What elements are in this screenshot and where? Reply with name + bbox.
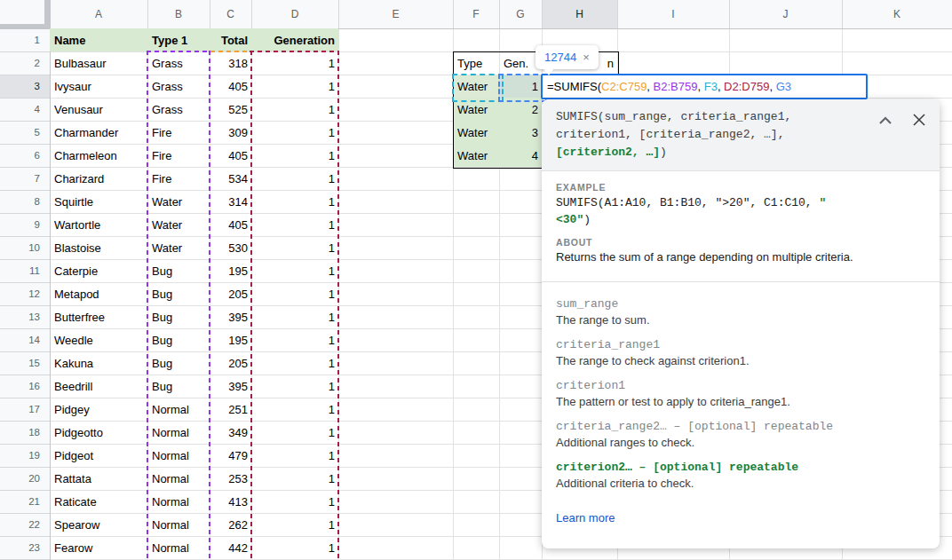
cell-D17[interactable]: 1 (251, 398, 338, 421)
cell-B8[interactable]: Water (147, 190, 210, 213)
cell-D3[interactable]: 1 (251, 75, 338, 98)
cell-C12[interactable]: 205 (210, 282, 251, 305)
column-header-G[interactable]: G (499, 0, 542, 28)
cell-C11[interactable]: 195 (210, 259, 251, 282)
cell-A22[interactable]: Spearow (50, 513, 147, 536)
cell-A20[interactable]: Rattata (50, 467, 147, 490)
cell-A8[interactable]: Squirtle (50, 190, 147, 213)
cell-D14[interactable]: 1 (251, 328, 338, 351)
column-header-H[interactable]: H (542, 0, 617, 28)
cell-A9[interactable]: Wartortle (50, 213, 147, 236)
lookup-header-type[interactable]: Type (453, 51, 499, 75)
row-header-2[interactable]: 2 (0, 51, 50, 75)
cell-G5[interactable]: 3 (499, 121, 542, 144)
cell-B7[interactable]: Fire (147, 167, 210, 190)
cell-G6[interactable]: 4 (499, 144, 542, 167)
cell-B17[interactable]: Normal (147, 398, 210, 421)
cell-D11[interactable]: 1 (251, 259, 338, 282)
cell-C13[interactable]: 395 (210, 305, 251, 328)
column-header-F[interactable]: F (453, 0, 499, 28)
row-header-14[interactable]: 14 (0, 328, 50, 351)
cell-B6[interactable]: Fire (147, 144, 210, 167)
cell-A6[interactable]: Charmeleon (50, 144, 147, 167)
cell-B13[interactable]: Bug (147, 305, 210, 328)
row-header-11[interactable]: 11 (0, 259, 50, 282)
cell-B15[interactable]: Bug (147, 351, 210, 375)
cell-C17[interactable]: 251 (210, 398, 251, 421)
cell-A2[interactable]: Bulbasaur (50, 51, 147, 75)
cell-A12[interactable]: Metapod (50, 282, 147, 305)
main-table-header-type-1[interactable]: Type 1 (147, 28, 210, 51)
row-header-19[interactable]: 19 (0, 444, 50, 467)
cell-D8[interactable]: 1 (251, 190, 338, 213)
row-header-7[interactable]: 7 (0, 167, 50, 190)
cell-C8[interactable]: 314 (210, 190, 251, 213)
cell-C20[interactable]: 253 (210, 467, 251, 490)
cell-A4[interactable]: Venusaur (50, 98, 147, 121)
cell-C10[interactable]: 530 (210, 236, 251, 259)
cell-A3[interactable]: Ivysaur (50, 75, 147, 98)
cell-D12[interactable]: 1 (251, 282, 338, 305)
cell-D23[interactable]: 1 (251, 536, 338, 559)
cell-B9[interactable]: Water (147, 213, 210, 236)
cell-D13[interactable]: 1 (251, 305, 338, 328)
row-header-10[interactable]: 10 (0, 236, 50, 259)
cell-B23[interactable]: Normal (147, 536, 210, 559)
cell-B21[interactable]: Normal (147, 490, 210, 513)
column-header-C[interactable]: C (210, 0, 251, 28)
column-header-J[interactable]: J (729, 0, 842, 28)
cell-D18[interactable]: 1 (251, 421, 338, 444)
close-help-button[interactable] (911, 112, 927, 128)
cell-B20[interactable]: Normal (147, 467, 210, 490)
cell-D15[interactable]: 1 (251, 351, 338, 375)
collapse-button[interactable] (877, 112, 893, 128)
cell-B18[interactable]: Normal (147, 421, 210, 444)
column-header-E[interactable]: E (338, 0, 453, 28)
cell-D21[interactable]: 1 (251, 490, 338, 513)
column-header-K[interactable]: K (842, 0, 952, 28)
cell-C21[interactable]: 413 (210, 490, 251, 513)
cell-D20[interactable]: 1 (251, 467, 338, 490)
cell-C4[interactable]: 525 (210, 98, 251, 121)
cell-B19[interactable]: Normal (147, 444, 210, 467)
cell-B11[interactable]: Bug (147, 259, 210, 282)
cell-C15[interactable]: 205 (210, 351, 251, 375)
cell-A18[interactable]: Pidgeotto (50, 421, 147, 444)
row-header-23[interactable]: 23 (0, 536, 50, 559)
cell-D16[interactable]: 1 (251, 375, 338, 398)
cell-D2[interactable]: 1 (251, 51, 338, 75)
cell-C6[interactable]: 405 (210, 144, 251, 167)
row-header-20[interactable]: 20 (0, 467, 50, 490)
main-table-header-name[interactable]: Name (50, 28, 147, 51)
cell-A14[interactable]: Weedle (50, 328, 147, 351)
column-header-B[interactable]: B (147, 0, 210, 28)
cell-A7[interactable]: Charizard (50, 167, 147, 190)
cell-A15[interactable]: Kakuna (50, 351, 147, 375)
cell-B5[interactable]: Fire (147, 121, 210, 144)
cell-A10[interactable]: Blastoise (50, 236, 147, 259)
row-header-21[interactable]: 21 (0, 490, 50, 513)
cell-editor[interactable]: =SUMIFS(C2:C759, B2:B759, F3, D2:D759, G… (541, 74, 868, 99)
cell-C16[interactable]: 395 (210, 375, 251, 398)
row-header-22[interactable]: 22 (0, 513, 50, 536)
cell-B12[interactable]: Bug (147, 282, 210, 305)
cell-C19[interactable]: 479 (210, 444, 251, 467)
cell-D6[interactable]: 1 (251, 144, 338, 167)
cell-C7[interactable]: 534 (210, 167, 251, 190)
row-header-13[interactable]: 13 (0, 305, 50, 328)
row-header-1[interactable]: 1 (0, 28, 50, 51)
column-header-I[interactable]: I (617, 0, 729, 28)
cell-B22[interactable]: Normal (147, 513, 210, 536)
row-header-4[interactable]: 4 (0, 98, 50, 121)
column-header-A[interactable]: A (50, 0, 147, 28)
row-header-18[interactable]: 18 (0, 421, 50, 444)
row-header-17[interactable]: 17 (0, 398, 50, 421)
main-table-header-generation[interactable]: Generation (251, 28, 338, 51)
row-header-9[interactable]: 9 (0, 213, 50, 236)
cell-D4[interactable]: 1 (251, 98, 338, 121)
cell-F6[interactable]: Water (453, 144, 499, 167)
cell-C2[interactable]: 318 (210, 51, 251, 75)
cell-A21[interactable]: Raticate (50, 490, 147, 513)
cell-A11[interactable]: Caterpie (50, 259, 147, 282)
cell-A17[interactable]: Pidgey (50, 398, 147, 421)
